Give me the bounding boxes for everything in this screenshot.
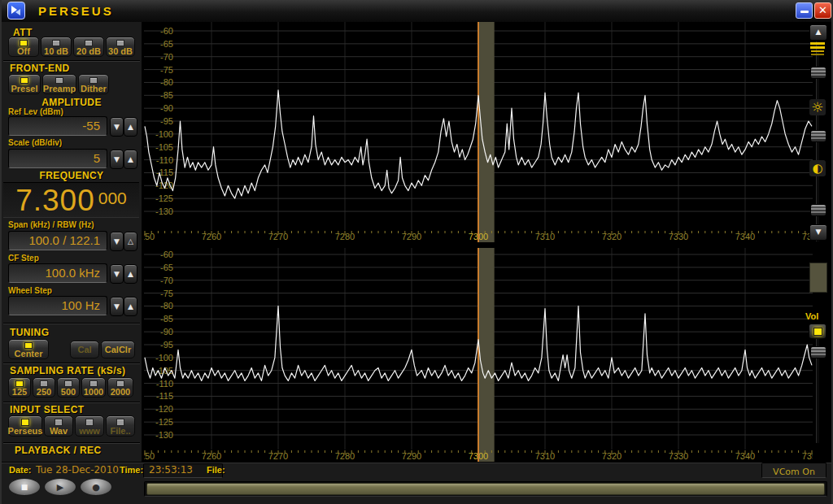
frequency-main-digits: 7.300 (15, 185, 95, 217)
spectrum-lines-icon (810, 42, 825, 57)
rate-125-button[interactable]: 125 (8, 377, 31, 398)
cal-button[interactable]: Cal (70, 341, 99, 358)
button-label: Presel (11, 84, 37, 93)
svg-text:7290: 7290 (402, 451, 421, 461)
scroll-down-button[interactable]: ▼ (809, 224, 827, 241)
record-button[interactable]: ● (80, 478, 112, 496)
led-indicator (24, 342, 33, 349)
cf-step-field[interactable]: 100.0 kHz (8, 263, 107, 283)
ref-lev-field[interactable]: -55 (8, 116, 107, 136)
svg-text:-80: -80 (160, 77, 173, 87)
cf-step-label: CF Step (8, 254, 39, 263)
presel-button[interactable]: Presel (8, 74, 41, 94)
input-www-button[interactable]: www (75, 415, 104, 437)
svg-text:7330: 7330 (669, 232, 688, 241)
volume-slider-handle[interactable] (810, 346, 826, 358)
svg-text:7310: 7310 (535, 451, 555, 461)
led-indicator (64, 380, 72, 387)
zoom-slider-handle[interactable] (810, 67, 826, 79)
vcom-status: VCom On (761, 463, 826, 478)
cf-step-up-button[interactable]: ▲ (124, 264, 137, 284)
button-label: 2000 (111, 387, 130, 397)
frequency-header: FREQUENCY (2, 170, 142, 181)
scroll-up-button[interactable]: ▲ (809, 24, 827, 41)
brightness-slider-handle[interactable] (810, 130, 826, 142)
button-label: 500 (61, 387, 76, 397)
button-label: 125 (12, 387, 27, 397)
span-down-button[interactable]: ▼ (110, 232, 124, 251)
ref-lev-down-button[interactable]: ▼ (110, 117, 124, 137)
calclr-button[interactable]: CalClr (101, 341, 135, 358)
vol-label: Vol (805, 311, 818, 321)
minimize-button[interactable] (796, 2, 813, 19)
svg-text:7250: 7250 (144, 232, 155, 241)
svg-text:-85: -85 (160, 314, 173, 324)
svg-text:7270: 7270 (268, 451, 288, 461)
svg-text:-105: -105 (155, 142, 173, 152)
rate-1000-button[interactable]: 1000 (81, 377, 106, 398)
svg-text:-80: -80 (160, 301, 173, 311)
input-file-button[interactable]: File.. (106, 415, 135, 437)
wheel-step-up-button[interactable]: ▲ (124, 297, 137, 316)
button-label: Dither (81, 84, 107, 93)
preamp-button[interactable]: Preamp (42, 74, 76, 94)
att-20db-button[interactable]: 20 dB (73, 37, 104, 57)
span-up-button[interactable]: △ (124, 232, 137, 251)
svg-text:7260: 7260 (202, 232, 221, 241)
playback-rec-header: PLAYBACK / REC (15, 445, 102, 456)
stop-icon: ■ (21, 484, 28, 491)
scale-up-button[interactable]: ▲ (124, 150, 137, 169)
tuning-center-button[interactable]: Center (8, 339, 49, 359)
frequency-scrollbar-thumb[interactable] (146, 483, 825, 495)
rate-2000-button[interactable]: 2000 (107, 377, 133, 398)
svg-text:-60: -60 (160, 250, 173, 259)
scale-field[interactable]: 5 (8, 149, 107, 168)
svg-text:-100: -100 (155, 129, 173, 139)
svg-text:-75: -75 (160, 289, 173, 298)
input-wav-button[interactable]: Wav (44, 415, 73, 437)
close-button[interactable]: ✕ (814, 2, 831, 19)
frequency-display[interactable]: 7.300 000 (3, 182, 139, 218)
play-button[interactable]: ▶ (44, 478, 76, 496)
main-spectrum-plot[interactable]: -60-65-70-75-80-85-90-95-100-105-110-115… (144, 22, 813, 243)
svg-text:-60: -60 (160, 26, 173, 36)
secondary-spectrum-plot[interactable]: -60-65-70-75-80-85-90-95-100-105-110-115… (144, 248, 813, 462)
scale-down-button[interactable]: ▼ (110, 150, 124, 169)
wheel-step-down-button[interactable]: ▼ (110, 297, 124, 316)
dither-button[interactable]: Dither (78, 74, 109, 94)
rate-250-button[interactable]: 250 (33, 377, 55, 398)
led-indicator (813, 328, 822, 336)
rate-500-button[interactable]: 500 (57, 377, 80, 398)
svg-text:-65: -65 (160, 263, 173, 272)
input-perseus-button[interactable]: Perseus (8, 415, 42, 437)
led-indicator (55, 77, 63, 84)
volume-mute-button[interactable] (809, 324, 826, 339)
cf-step-down-button[interactable]: ▼ (110, 264, 124, 284)
passband-color-swatch (809, 263, 827, 293)
button-label: CalClr (105, 345, 131, 354)
svg-text:7310: 7310 (535, 232, 555, 241)
title-bar: PERSEUS ✕ (2, 0, 833, 23)
button-label: File.. (110, 426, 130, 436)
ref-lev-label: Ref Lev (dBm) (8, 107, 63, 116)
perseus-window: PERSEUS ✕ ATT Off 10 dB 20 dB 30 dB FRON… (0, 0, 833, 504)
app-logo-icon[interactable] (7, 2, 25, 20)
stop-button[interactable]: ■ (8, 478, 41, 496)
logo-sail-icon (15, 9, 20, 15)
divider (3, 442, 140, 444)
att-30db-button[interactable]: 30 dB (106, 37, 135, 57)
contrast-slider-handle[interactable] (810, 204, 826, 216)
att-10db-button[interactable]: 10 dB (41, 37, 72, 57)
led-indicator (85, 40, 93, 46)
att-off-button[interactable]: Off (8, 37, 39, 57)
ref-lev-up-button[interactable]: ▲ (124, 117, 137, 137)
button-label: 10 dB (44, 46, 68, 56)
svg-text:-115: -115 (156, 391, 173, 401)
led-indicator (89, 380, 98, 387)
svg-text:-95: -95 (160, 116, 173, 126)
span-field[interactable]: 100.0 / 122.1 (8, 231, 107, 250)
wheel-step-field[interactable]: 100 Hz (8, 296, 107, 315)
svg-text:-130: -130 (155, 206, 173, 216)
svg-text:7350: 7350 (802, 451, 813, 461)
svg-text:-75: -75 (160, 65, 173, 75)
